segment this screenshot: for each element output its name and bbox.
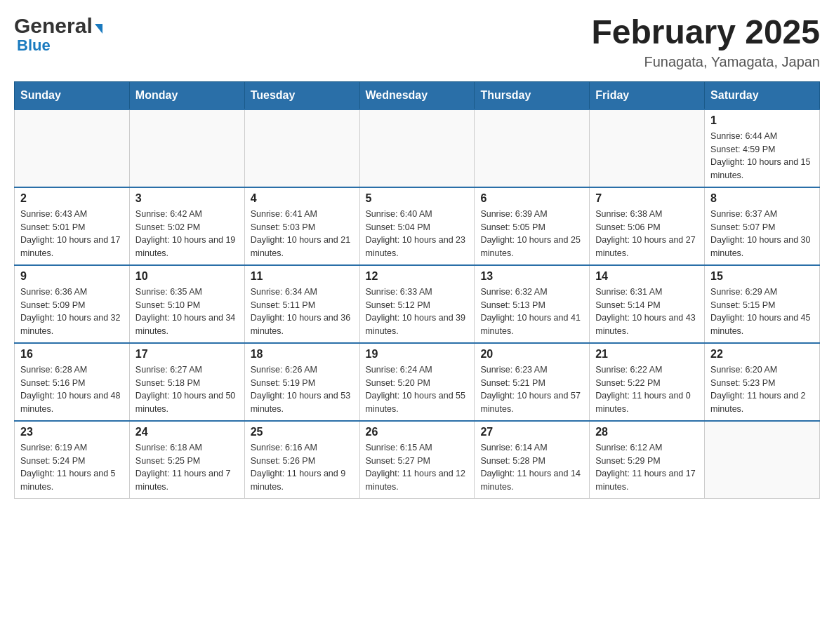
day-info: Sunrise: 6:14 AMSunset: 5:28 PMDaylight:…	[480, 441, 583, 494]
day-info: Sunrise: 6:42 AMSunset: 5:02 PMDaylight:…	[135, 208, 239, 260]
day-info: Sunrise: 6:33 AMSunset: 5:12 PMDaylight:…	[366, 286, 469, 338]
calendar-cell: 21Sunrise: 6:22 AMSunset: 5:22 PMDayligh…	[590, 343, 705, 421]
calendar-cell: 5Sunrise: 6:40 AMSunset: 5:04 PMDaylight…	[359, 187, 475, 265]
calendar-cell	[15, 109, 130, 187]
day-info: Sunrise: 6:18 AMSunset: 5:25 PMDaylight:…	[135, 441, 239, 494]
page-header: General Blue February 2025 Funagata, Yam…	[14, 14, 820, 70]
calendar-table: SundayMondayTuesdayWednesdayThursdayFrid…	[14, 81, 820, 499]
weekday-header-monday: Monday	[129, 81, 244, 109]
day-number: 5	[366, 192, 469, 205]
day-info: Sunrise: 6:35 AMSunset: 5:10 PMDaylight:…	[135, 286, 239, 338]
day-info: Sunrise: 6:22 AMSunset: 5:22 PMDaylight:…	[595, 363, 699, 416]
calendar-cell	[475, 109, 590, 187]
day-info: Sunrise: 6:40 AMSunset: 5:04 PMDaylight:…	[366, 208, 469, 260]
calendar-cell: 10Sunrise: 6:35 AMSunset: 5:10 PMDayligh…	[129, 265, 244, 343]
calendar-cell: 6Sunrise: 6:39 AMSunset: 5:05 PMDaylight…	[475, 187, 590, 265]
day-number: 22	[710, 348, 814, 361]
calendar-cell: 1Sunrise: 6:44 AMSunset: 4:59 PMDaylight…	[705, 109, 820, 187]
calendar-cell: 28Sunrise: 6:12 AMSunset: 5:29 PMDayligh…	[590, 421, 705, 499]
location-text: Funagata, Yamagata, Japan	[591, 54, 820, 70]
logo-blue-text: Blue	[14, 36, 51, 55]
day-number: 21	[595, 348, 699, 361]
day-info: Sunrise: 6:27 AMSunset: 5:18 PMDaylight:…	[135, 363, 239, 416]
calendar-cell: 9Sunrise: 6:36 AMSunset: 5:09 PMDaylight…	[15, 265, 130, 343]
day-info: Sunrise: 6:34 AMSunset: 5:11 PMDaylight:…	[251, 286, 354, 338]
calendar-cell: 18Sunrise: 6:26 AMSunset: 5:19 PMDayligh…	[244, 343, 359, 421]
day-info: Sunrise: 6:31 AMSunset: 5:14 PMDaylight:…	[595, 286, 699, 338]
calendar-cell	[244, 109, 359, 187]
weekday-header-sunday: Sunday	[15, 81, 130, 109]
calendar-cell	[590, 109, 705, 187]
day-info: Sunrise: 6:37 AMSunset: 5:07 PMDaylight:…	[710, 208, 814, 260]
calendar-cell: 11Sunrise: 6:34 AMSunset: 5:11 PMDayligh…	[244, 265, 359, 343]
day-info: Sunrise: 6:24 AMSunset: 5:20 PMDaylight:…	[366, 363, 469, 416]
day-info: Sunrise: 6:36 AMSunset: 5:09 PMDaylight:…	[20, 286, 124, 338]
calendar-week-row: 9Sunrise: 6:36 AMSunset: 5:09 PMDaylight…	[15, 265, 820, 343]
day-number: 23	[20, 426, 124, 438]
day-number: 4	[251, 192, 354, 205]
day-info: Sunrise: 6:39 AMSunset: 5:05 PMDaylight:…	[480, 208, 583, 260]
day-number: 17	[135, 348, 239, 361]
calendar-cell: 19Sunrise: 6:24 AMSunset: 5:20 PMDayligh…	[359, 343, 475, 421]
calendar-cell: 4Sunrise: 6:41 AMSunset: 5:03 PMDaylight…	[244, 187, 359, 265]
logo-chevron-icon	[95, 24, 102, 34]
day-number: 9	[20, 270, 124, 283]
day-number: 1	[710, 114, 814, 127]
calendar-cell: 13Sunrise: 6:32 AMSunset: 5:13 PMDayligh…	[475, 265, 590, 343]
logo: General Blue	[14, 14, 102, 55]
calendar-cell: 12Sunrise: 6:33 AMSunset: 5:12 PMDayligh…	[359, 265, 475, 343]
day-info: Sunrise: 6:12 AMSunset: 5:29 PMDaylight:…	[595, 441, 699, 494]
day-info: Sunrise: 6:23 AMSunset: 5:21 PMDaylight:…	[480, 363, 583, 416]
day-number: 12	[366, 270, 469, 283]
day-number: 26	[366, 426, 469, 438]
calendar-cell: 17Sunrise: 6:27 AMSunset: 5:18 PMDayligh…	[129, 343, 244, 421]
calendar-cell: 16Sunrise: 6:28 AMSunset: 5:16 PMDayligh…	[15, 343, 130, 421]
calendar-cell: 8Sunrise: 6:37 AMSunset: 5:07 PMDaylight…	[705, 187, 820, 265]
day-info: Sunrise: 6:43 AMSunset: 5:01 PMDaylight:…	[20, 208, 124, 260]
day-number: 3	[135, 192, 239, 205]
calendar-week-row: 2Sunrise: 6:43 AMSunset: 5:01 PMDaylight…	[15, 187, 820, 265]
day-info: Sunrise: 6:26 AMSunset: 5:19 PMDaylight:…	[251, 363, 354, 416]
day-number: 11	[251, 270, 354, 283]
calendar-week-row: 16Sunrise: 6:28 AMSunset: 5:16 PMDayligh…	[15, 343, 820, 421]
calendar-cell: 3Sunrise: 6:42 AMSunset: 5:02 PMDaylight…	[129, 187, 244, 265]
calendar-week-row: 1Sunrise: 6:44 AMSunset: 4:59 PMDaylight…	[15, 109, 820, 187]
calendar-cell: 26Sunrise: 6:15 AMSunset: 5:27 PMDayligh…	[359, 421, 475, 499]
day-number: 27	[480, 426, 583, 438]
weekday-header-thursday: Thursday	[475, 81, 590, 109]
calendar-cell	[129, 109, 244, 187]
day-number: 14	[595, 270, 699, 283]
day-number: 18	[251, 348, 354, 361]
calendar-cell: 2Sunrise: 6:43 AMSunset: 5:01 PMDaylight…	[15, 187, 130, 265]
title-area: February 2025 Funagata, Yamagata, Japan	[591, 14, 820, 70]
weekday-header-friday: Friday	[590, 81, 705, 109]
calendar-cell	[705, 421, 820, 499]
weekday-header-tuesday: Tuesday	[244, 81, 359, 109]
day-number: 6	[480, 192, 583, 205]
day-number: 13	[480, 270, 583, 283]
calendar-cell: 20Sunrise: 6:23 AMSunset: 5:21 PMDayligh…	[475, 343, 590, 421]
day-number: 20	[480, 348, 583, 361]
calendar-cell: 14Sunrise: 6:31 AMSunset: 5:14 PMDayligh…	[590, 265, 705, 343]
calendar-cell	[359, 109, 475, 187]
calendar-week-row: 23Sunrise: 6:19 AMSunset: 5:24 PMDayligh…	[15, 421, 820, 499]
day-info: Sunrise: 6:38 AMSunset: 5:06 PMDaylight:…	[595, 208, 699, 260]
day-info: Sunrise: 6:16 AMSunset: 5:26 PMDaylight:…	[251, 441, 354, 494]
day-info: Sunrise: 6:32 AMSunset: 5:13 PMDaylight:…	[480, 286, 583, 338]
weekday-header-saturday: Saturday	[705, 81, 820, 109]
day-number: 7	[595, 192, 699, 205]
day-number: 25	[251, 426, 354, 438]
weekday-header-wednesday: Wednesday	[359, 81, 475, 109]
logo-general-text: General	[14, 14, 93, 38]
day-number: 19	[366, 348, 469, 361]
day-info: Sunrise: 6:29 AMSunset: 5:15 PMDaylight:…	[710, 286, 814, 338]
day-info: Sunrise: 6:19 AMSunset: 5:24 PMDaylight:…	[20, 441, 124, 494]
day-number: 28	[595, 426, 699, 438]
day-number: 15	[710, 270, 814, 283]
weekday-header-row: SundayMondayTuesdayWednesdayThursdayFrid…	[15, 81, 820, 109]
calendar-cell: 25Sunrise: 6:16 AMSunset: 5:26 PMDayligh…	[244, 421, 359, 499]
day-info: Sunrise: 6:15 AMSunset: 5:27 PMDaylight:…	[366, 441, 469, 494]
calendar-cell: 22Sunrise: 6:20 AMSunset: 5:23 PMDayligh…	[705, 343, 820, 421]
day-info: Sunrise: 6:41 AMSunset: 5:03 PMDaylight:…	[251, 208, 354, 260]
month-title: February 2025	[591, 14, 820, 51]
